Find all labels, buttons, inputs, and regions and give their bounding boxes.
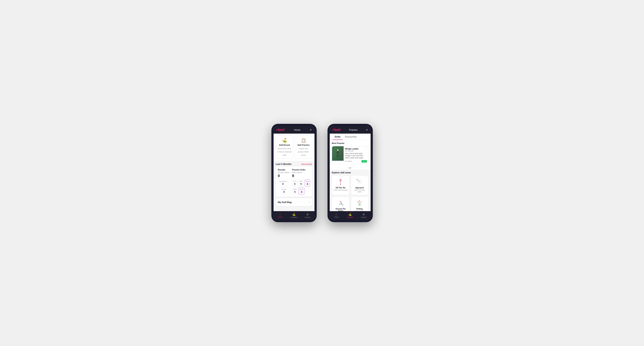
phone2-bottom-nav: ⌂ Home ⛳ Activities ⊕ Capture — [330, 211, 370, 220]
add-practice-title: Add Practice — [296, 144, 311, 146]
svg-point-16 — [357, 179, 358, 180]
drills-total: 8 — [292, 174, 310, 178]
svg-line-8 — [339, 179, 340, 181]
off-the-tee-title: Off The Tee — [334, 187, 348, 189]
approach-title: Approach — [352, 187, 367, 189]
arg-stat: ARG 0 — [298, 179, 304, 186]
approach-icon — [352, 178, 367, 186]
tournament-label: Tournament — [279, 180, 287, 182]
phone-2-screen: clippd Practice ≡ Drills Favourites Most… — [330, 126, 370, 220]
practice-value: 0 — [279, 190, 289, 193]
arg-value: 0 — [300, 182, 302, 185]
drills-sub-grid: OTT 0 ARG 0 APP 4 — [292, 179, 310, 186]
activities-icon: ⛳ — [292, 213, 296, 216]
stats-card: Rounds Rounds Capture 0 Tournament 0 Pra… — [276, 167, 312, 197]
svg-line-4 — [338, 152, 340, 153]
drills-sub-grid-2: ARG 0 PUTT 4 — [292, 187, 310, 194]
quick-actions: ⛳ Add Round Record your shots in fast or… — [274, 134, 314, 161]
phone2-logo: clippd — [332, 128, 340, 131]
putt-label: PUTT — [300, 188, 304, 190]
stats-grid: Rounds Rounds Capture 0 Tournament 0 Pra… — [278, 169, 310, 194]
phone2-nav-home-label: Home — [334, 216, 338, 218]
rounds-section: Rounds Rounds Capture 0 Tournament 0 Pra… — [278, 169, 290, 194]
tabs-row: Drills Favourites — [330, 134, 370, 140]
golf-bag-row[interactable]: My Golf Bag › — [276, 198, 312, 206]
putting-svg — [356, 199, 364, 206]
skill-card-off-the-tee[interactable]: Off The Tee Power and accuracy — [332, 175, 350, 195]
svg-line-9 — [340, 179, 342, 181]
add-round-card[interactable]: ⛳ Add Round Record your shots in fast or… — [276, 136, 293, 159]
phone2-nav-capture[interactable]: ⊕ Capture — [357, 213, 370, 218]
svg-line-20 — [340, 203, 341, 204]
skill-card-putting[interactable]: Putting Make and lag practice — [351, 196, 368, 211]
drills-title: Practice Drills — [292, 169, 310, 171]
rounds-capture-label: Rounds Capture — [278, 172, 290, 173]
phone2-content: Most Popular — [330, 140, 370, 211]
around-green-icon — [334, 199, 348, 207]
nav-capture[interactable]: ⊕ Capture — [301, 213, 314, 218]
most-popular-label: Most Popular — [332, 142, 368, 144]
phone2-activities-icon: ⛳ — [348, 213, 352, 216]
drill-card-image-inner — [332, 146, 344, 161]
phone2-title: Practice — [349, 129, 358, 131]
nav-activities-label: Activities — [291, 216, 297, 218]
ott-value: 0 — [293, 182, 296, 185]
pagination-dots — [330, 166, 370, 170]
add-practice-icon: 📋 — [296, 138, 311, 143]
svg-line-5 — [337, 154, 338, 157]
drill-card-desc: Play 1 shot at each target yardage. If y… — [345, 153, 367, 159]
putting-title: Putting — [352, 208, 367, 210]
rounds-total: 0 — [278, 174, 290, 178]
drill-card-footer: ● 9 shots APP — [345, 160, 367, 163]
off-tee-svg — [336, 178, 344, 185]
phone2-hamburger-icon[interactable]: ≡ — [366, 128, 368, 131]
nav-home-label: Home — [278, 216, 282, 218]
phone2-nav-activities[interactable]: ⛳ Activities — [343, 213, 357, 218]
app-label: APP — [306, 180, 309, 182]
phone1-content: ⛳ Add Round Record your shots in fast or… — [274, 134, 314, 211]
tab-drills[interactable]: Drills — [332, 134, 343, 140]
add-round-desc: Record your shots in fast or enhanced mo… — [278, 148, 292, 156]
svg-line-2 — [336, 152, 338, 153]
nav-capture-label: Capture — [305, 216, 310, 218]
hamburger-icon[interactable]: ≡ — [310, 128, 312, 131]
phone2-nav-home[interactable]: ⌂ Home — [330, 213, 343, 218]
golf-bag-label: My Golf Bag — [278, 201, 292, 203]
activity-section-title: Last 3 Months — [276, 163, 292, 166]
arg2-stat: ARG 0 — [292, 187, 298, 194]
phone1-header: clippd Home ≡ — [274, 126, 314, 134]
app-badge: APP — [362, 160, 367, 163]
chevron-right-icon: › — [309, 201, 310, 203]
skill-areas-section: Explore skill areas — [330, 170, 370, 211]
putt-stat: PUTT 4 — [298, 187, 305, 194]
arg-label: ARG — [300, 180, 302, 182]
drill-card[interactable]: ☆ Wedge Ladder 50–100 yds Play 1 shot at… — [332, 146, 368, 164]
phone2-nav-capture-label: Capture — [361, 216, 367, 218]
tournament-value: 0 — [279, 182, 287, 185]
add-practice-card[interactable]: 📋 Add Practice Capture your practice off… — [295, 136, 312, 159]
arg2-value: 0 — [293, 190, 296, 193]
phone-2: clippd Practice ≡ Drills Favourites Most… — [328, 124, 373, 222]
skill-grid: Off The Tee Power and accuracy — [332, 175, 368, 211]
skill-card-around-green[interactable]: Around The Green Hone your short game — [332, 196, 350, 211]
golfer-svg — [334, 149, 342, 159]
tab-favourites[interactable]: Favourites — [343, 134, 359, 140]
activity-section-header: Last 3 Months View Activity — [274, 161, 314, 167]
add-round-icon: ⛳ — [277, 138, 292, 143]
phone1-logo: clippd — [276, 128, 284, 131]
view-activity-link[interactable]: View Activity — [301, 163, 312, 165]
off-the-tee-icon — [334, 178, 348, 186]
drill-card-content: ☆ Wedge Ladder 50–100 yds Play 1 shot at… — [344, 146, 368, 164]
add-round-title: Add Round — [277, 144, 292, 146]
shots-count: 9 shots — [346, 160, 352, 162]
skill-card-approach[interactable]: Approach Dial-in to hit the green — [351, 175, 368, 195]
star-icon[interactable]: ☆ — [365, 148, 367, 150]
nav-activities[interactable]: ⛳ Activities — [287, 213, 301, 218]
phone2-home-icon: ⌂ — [336, 213, 337, 216]
around-green-svg — [336, 199, 344, 206]
nav-home[interactable]: ⌂ Home — [274, 213, 287, 218]
arg2-label: ARG — [293, 188, 296, 190]
phone2-nav-activities-label: Activities — [347, 216, 354, 218]
around-green-title: Around The Green — [334, 208, 348, 211]
svg-point-11 — [340, 184, 341, 185]
